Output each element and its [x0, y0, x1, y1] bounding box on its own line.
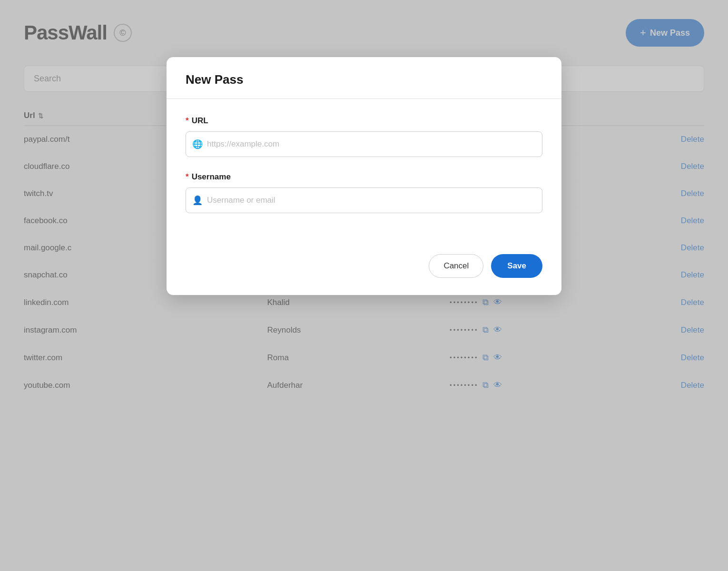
- modal-overlay: New Pass * URL 🌐 * Username: [0, 0, 728, 571]
- username-required-star: *: [186, 172, 189, 182]
- url-required-star: *: [186, 116, 189, 126]
- url-label: * URL: [186, 116, 542, 126]
- cancel-button[interactable]: Cancel: [429, 254, 483, 278]
- modal-body: * URL 🌐 * Username 👤: [167, 99, 561, 243]
- modal-title: New Pass: [186, 72, 542, 87]
- username-field: * Username 👤: [186, 172, 542, 213]
- new-pass-modal: New Pass * URL 🌐 * Username: [167, 57, 561, 295]
- username-input-wrap: 👤: [186, 187, 542, 213]
- url-input-wrap: 🌐: [186, 131, 542, 157]
- username-input[interactable]: [186, 187, 542, 213]
- url-input[interactable]: [186, 131, 542, 157]
- modal-header: New Pass: [167, 57, 561, 98]
- save-button[interactable]: Save: [491, 254, 542, 278]
- username-label: * Username: [186, 172, 542, 182]
- url-field: * URL 🌐: [186, 116, 542, 157]
- modal-footer: Cancel Save: [167, 243, 561, 295]
